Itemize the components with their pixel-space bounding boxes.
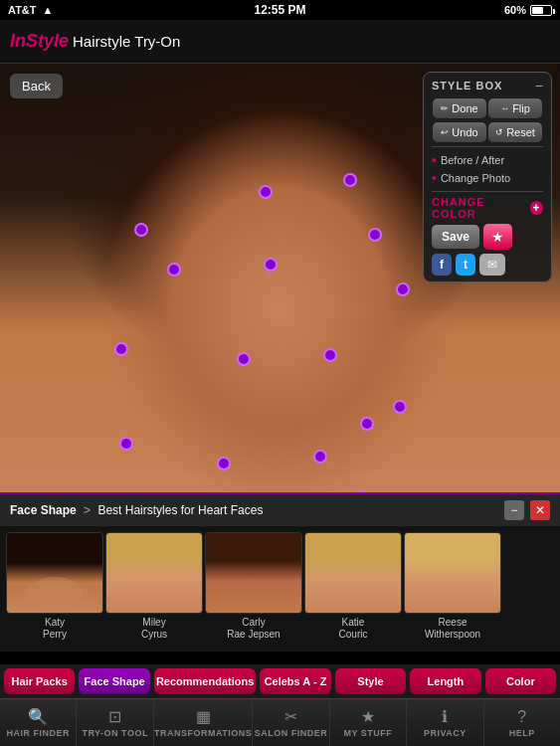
hairstyle-panel: Face Shape > Best Hairstyles for Heart F…: [0, 492, 560, 652]
hair-finder-icon: 🔍: [28, 707, 48, 726]
my-stuff-label: MY STUFF: [343, 728, 392, 738]
transformations-label: TRANSFORMATIONS: [154, 728, 252, 738]
flip-icon: ↔: [500, 103, 509, 113]
status-bar: AT&T ▲ 12:55 PM 60%: [0, 0, 560, 20]
tab-style[interactable]: Style: [335, 668, 406, 694]
plus-icon: +: [530, 201, 543, 215]
pencil-icon: ✏: [441, 103, 449, 113]
salon-finder-label: SALON FINDER: [255, 728, 328, 738]
track-dot-12[interactable]: [119, 437, 133, 451]
nav-transformations[interactable]: ▦ TRANSFORMATIONS: [154, 699, 253, 746]
hairstyle-name-katy: KatyPerry: [43, 617, 67, 641]
tab-color[interactable]: Color: [485, 668, 556, 694]
breadcrumb: Face Shape > Best Hairstyles for Heart F…: [10, 503, 263, 517]
battery-label: 60%: [504, 4, 526, 16]
change-photo-option[interactable]: • Change Photo: [432, 169, 543, 187]
hairstyle-scroll[interactable]: KatyPerry MileyCyrus CarlyRae Jepsen Kat…: [0, 526, 560, 641]
track-dot-6[interactable]: [343, 173, 357, 187]
battery-indicator: [530, 5, 552, 16]
style-box: STYLE BOX − ✏ Done ↔ Flip ↩ Undo ↺ Reset: [423, 72, 552, 282]
tab-recommendations[interactable]: Recommendations: [154, 668, 256, 694]
nav-hair-finder[interactable]: 🔍 HAIR FINDER: [0, 699, 77, 746]
time-label: 12:55 PM: [254, 3, 305, 17]
bullet-icon-2: •: [432, 171, 437, 185]
transformations-icon: ▦: [196, 707, 211, 726]
tab-hair-packs[interactable]: Hair Packs: [4, 668, 75, 694]
help-label: HELP: [509, 728, 535, 738]
app-header: InStyle Hairstyle Try-On: [0, 20, 560, 64]
track-dot-15[interactable]: [360, 417, 374, 431]
main-canvas: Back STYLE BOX − ✏ Done ↔ Flip ↩ Undo ↺ …: [0, 64, 560, 508]
back-button[interactable]: Back: [10, 74, 63, 98]
track-dot-9[interactable]: [323, 348, 337, 362]
track-dot-4[interactable]: [264, 258, 278, 272]
favorite-button[interactable]: ★: [483, 224, 512, 250]
breadcrumb-category: Face Shape: [10, 503, 77, 517]
twitter-share-button[interactable]: t: [456, 254, 475, 276]
panel-header: Face Shape > Best Hairstyles for Heart F…: [0, 494, 560, 526]
help-icon: ?: [517, 708, 526, 726]
hairstyle-katy-perry[interactable]: KatyPerry: [6, 532, 103, 641]
tab-face-shape[interactable]: Face Shape: [79, 668, 149, 694]
track-dot-7[interactable]: [114, 342, 128, 356]
bottom-navigation: 🔍 HAIR FINDER ⊡ TRY-ON TOOL ▦ TRANSFORMA…: [0, 698, 560, 746]
hairstyle-carly-rae-jepsen[interactable]: CarlyRae Jepsen: [205, 532, 302, 641]
nav-help[interactable]: ? HELP: [484, 699, 560, 746]
track-dot-13[interactable]: [217, 457, 231, 470]
track-dot-5[interactable]: [368, 228, 382, 242]
track-dot-1[interactable]: [259, 185, 273, 199]
nav-privacy[interactable]: ℹ PRIVACY: [407, 699, 483, 746]
reset-icon: ↺: [495, 127, 503, 137]
before-after-option[interactable]: • Before / After: [432, 151, 543, 169]
track-dot-8[interactable]: [237, 352, 251, 366]
app-title: Hairstyle Try-On: [73, 33, 180, 50]
wifi-icon: ▲: [43, 4, 54, 16]
tab-celebs-a-z[interactable]: Celebs A - Z: [260, 668, 330, 694]
done-button[interactable]: ✏ Done: [433, 98, 486, 118]
nav-try-on-tool[interactable]: ⊡ TRY-ON TOOL: [77, 699, 153, 746]
undo-button[interactable]: ↩ Undo: [433, 122, 486, 142]
my-stuff-icon: ★: [361, 707, 375, 726]
facebook-share-button[interactable]: f: [432, 254, 452, 276]
brand-instyle: InStyle: [10, 31, 69, 52]
panel-minimize-button[interactable]: −: [504, 500, 524, 520]
bullet-icon: •: [432, 153, 437, 167]
tab-length[interactable]: Length: [410, 668, 480, 694]
salon-finder-icon: ✂: [284, 707, 297, 726]
breadcrumb-subcategory: Best Hairstyles for Heart Faces: [97, 503, 263, 517]
nav-my-stuff[interactable]: ★ MY STUFF: [330, 699, 407, 746]
hairstyle-katie-couric[interactable]: KatieCouric: [304, 532, 402, 641]
minimize-icon[interactable]: −: [535, 79, 543, 93]
reset-button[interactable]: ↺ Reset: [488, 122, 542, 142]
flip-button[interactable]: ↔ Flip: [488, 98, 542, 118]
carrier-label: AT&T: [8, 4, 37, 16]
change-color-button[interactable]: CHANGE COLOR +: [432, 196, 543, 220]
email-share-button[interactable]: ✉: [479, 254, 505, 276]
track-dot-11[interactable]: [393, 400, 407, 414]
privacy-label: PRIVACY: [424, 728, 467, 738]
hairstyle-reese-witherspoon[interactable]: ReeseWitherspoon: [404, 532, 501, 641]
track-dot-14[interactable]: [313, 450, 327, 464]
track-dot-3[interactable]: [167, 263, 181, 277]
try-on-label: TRY-ON TOOL: [82, 728, 148, 738]
track-dot-10[interactable]: [396, 282, 410, 296]
hairstyle-name-reese: ReeseWitherspoon: [425, 617, 480, 641]
hair-finder-label: HAIR FINDER: [6, 728, 70, 738]
track-dot-2[interactable]: [134, 223, 148, 237]
hairstyle-name-miley: MileyCyrus: [141, 617, 167, 641]
panel-controls: − ✕: [504, 500, 550, 520]
panel-close-button[interactable]: ✕: [530, 500, 550, 520]
hairstyle-name-carly: CarlyRae Jepsen: [227, 617, 280, 641]
save-button[interactable]: Save: [432, 225, 479, 249]
style-box-title: STYLE BOX: [432, 80, 502, 92]
breadcrumb-separator: >: [84, 503, 91, 517]
category-tabs: Hair Packs Face Shape Recommendations Ce…: [0, 664, 560, 698]
undo-icon: ↩: [441, 127, 449, 137]
try-on-icon: ⊡: [108, 707, 121, 726]
privacy-icon: ℹ: [442, 707, 448, 726]
nav-salon-finder[interactable]: ✂ SALON FINDER: [253, 699, 329, 746]
hairstyle-miley-cyrus[interactable]: MileyCyrus: [105, 532, 203, 641]
hairstyle-name-katie: KatieCouric: [339, 617, 368, 641]
